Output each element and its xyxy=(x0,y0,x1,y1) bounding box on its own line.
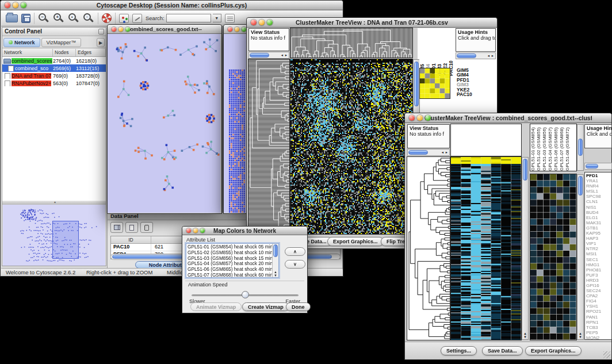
heatmap-zoom-matrix[interactable] xyxy=(420,68,450,98)
resize-grip[interactable] xyxy=(603,351,610,358)
zoom-button[interactable] xyxy=(21,2,26,8)
column-label[interactable]: GPL51-07 (GSM868) xyxy=(559,124,565,171)
gene-label[interactable]: RPN1 xyxy=(586,320,610,325)
zoom-button[interactable] xyxy=(267,20,273,25)
row-dendrogram[interactable] xyxy=(407,157,450,340)
network-row[interactable]: combined_scores 2764(0) 16218(0) xyxy=(2,57,106,64)
network-row[interactable]: RNAPuberNov2+ 563(0) 107847(0) xyxy=(2,79,106,87)
network-row[interactable]: combined_sco 2569(6) 13112(15) xyxy=(2,64,106,72)
search-dropdown-icon[interactable]: ▼ xyxy=(213,14,221,22)
zoom-in-icon[interactable]: + xyxy=(53,13,64,24)
move-down-button[interactable]: ∨ xyxy=(285,260,305,269)
gene-label[interactable]: MON2 xyxy=(586,335,610,340)
attribute-list-item[interactable]: GPL51-01 (GSM854) heat shock 05 min xyxy=(188,244,277,250)
genelist-vscrollbar[interactable]: ▲▼ xyxy=(577,174,584,340)
scroll-thumb[interactable] xyxy=(457,53,476,58)
minimize-button[interactable] xyxy=(118,27,123,32)
col-network[interactable]: Network xyxy=(2,49,53,56)
gene-label[interactable]: TCB3 xyxy=(586,325,610,330)
column-dendrogram[interactable] xyxy=(290,28,412,58)
float-panel-icon[interactable] xyxy=(98,29,104,35)
attribute-list-item[interactable]: GPL51-07 (GSM868) heat shock 60 min xyxy=(188,273,277,278)
gene-label[interactable]: HRD3 xyxy=(586,278,610,283)
row-dendrogram[interactable] xyxy=(248,59,289,234)
gene-label[interactable]: SEC1 xyxy=(586,257,610,262)
main-titlebar[interactable]: Cytoscape Desktop (Session Name: collins… xyxy=(1,1,343,10)
close-button[interactable] xyxy=(186,228,191,233)
col-id[interactable]: ID xyxy=(111,236,151,243)
zoom-selected-icon[interactable]: ▫ xyxy=(83,13,94,24)
help-lifering-icon[interactable] xyxy=(102,13,112,23)
scroll-thumb[interactable] xyxy=(414,62,419,106)
gene-label[interactable]: GPI16 xyxy=(586,283,610,288)
network-canvas[interactable] xyxy=(108,34,220,213)
gene-label[interactable]: HMG1 xyxy=(586,262,610,267)
minimize-button[interactable] xyxy=(193,228,198,233)
minimize-button[interactable] xyxy=(235,27,239,32)
gene-label[interactable]: YSH1 xyxy=(586,304,610,309)
tab-network[interactable]: Network xyxy=(3,38,40,47)
zoom-fit-icon[interactable]: ▪ xyxy=(68,13,79,24)
close-button[interactable] xyxy=(251,20,257,25)
labels-vscrollbar[interactable] xyxy=(577,124,584,171)
animate-vizmap-button[interactable]: Animate Vizmap xyxy=(190,302,242,311)
minimize-button[interactable] xyxy=(259,20,265,25)
treeview2-titlebar[interactable]: ClusterMaker TreeView : combined_scores_… xyxy=(405,113,611,123)
gene-label[interactable]: GTB1 xyxy=(586,225,610,231)
column-label[interactable]: GPL51-08 (GSM872) xyxy=(565,124,571,171)
vizmapper-icon[interactable] xyxy=(119,14,129,23)
gene-label[interactable]: PEP5 xyxy=(586,330,610,335)
gene-label[interactable]: MAK31 xyxy=(586,220,610,225)
gene-label[interactable]: SEC24 xyxy=(586,288,610,293)
close-button[interactable] xyxy=(228,27,232,32)
column-label[interactable]: GPL51-01 (GSM854) xyxy=(530,124,536,171)
minimize-button[interactable] xyxy=(13,2,18,8)
gene-label[interactable]: PUF3 xyxy=(586,273,610,278)
save-session-icon[interactable] xyxy=(21,14,30,23)
export-graphics-button[interactable]: Export Graphics... xyxy=(327,237,384,246)
tab-overflow-button[interactable]: ▶ xyxy=(97,38,105,47)
birdseye-view[interactable] xyxy=(3,205,105,266)
gene-label[interactable]: KAP95 xyxy=(586,231,610,236)
gene-label[interactable]: ELG1 xyxy=(586,215,610,220)
settings-button[interactable]: Settings... xyxy=(441,346,477,355)
scroll-thumb[interactable] xyxy=(578,139,583,156)
scroll-thumb[interactable] xyxy=(578,176,583,196)
gene-label[interactable]: PAN1 xyxy=(586,315,610,320)
gene-label[interactable]: CLN1 xyxy=(586,199,610,204)
column-label[interactable]: GPL51-06 (GSM865) xyxy=(553,124,559,171)
status-scrollbar[interactable]: ◂ ▸ xyxy=(248,52,289,59)
report-icon[interactable] xyxy=(225,14,235,23)
gene-label[interactable]: PHO81 xyxy=(586,267,610,273)
create-vizmap-button[interactable]: Create Vizmap xyxy=(242,302,289,311)
gene-label[interactable]: MSI1 xyxy=(586,251,610,256)
done-button[interactable]: Done xyxy=(286,302,311,311)
gene-label[interactable]: HAP3 xyxy=(586,236,610,241)
network-canvas-grid[interactable] xyxy=(224,34,249,213)
zoom-out-icon[interactable]: − xyxy=(38,13,49,24)
gene-label[interactable]: RPO21 xyxy=(586,309,610,314)
search-input[interactable] xyxy=(166,14,211,22)
new-attribute-icon[interactable] xyxy=(125,222,138,233)
zoom-button[interactable] xyxy=(125,27,130,32)
status-scrollbar[interactable]: ◂ ▸ xyxy=(407,149,450,156)
scroll-thumb[interactable] xyxy=(250,53,269,58)
gene-label[interactable]: NTR2 xyxy=(586,246,610,251)
usage-scrollbar[interactable] xyxy=(584,163,612,170)
treeview1-titlebar[interactable]: ClusterMaker TreeView : DNA and Tran 07-… xyxy=(247,18,497,28)
close-button[interactable] xyxy=(409,115,415,121)
select-attributes-icon[interactable] xyxy=(110,222,123,233)
gene-label[interactable]: RNR4 xyxy=(586,183,610,189)
heatmap-main[interactable] xyxy=(451,157,521,340)
attribute-list-item[interactable]: GPL51-02 (GSM855) heat shock 10 min xyxy=(188,250,277,256)
column-label[interactable]: GPL51-03 (GSM856) xyxy=(542,124,548,171)
export-graphics-button[interactable]: Export Graphics... xyxy=(525,346,582,355)
save-data-button[interactable]: Save Data... xyxy=(482,346,523,355)
attribute-list-item[interactable]: GPL51-06 (GSM865) heat shock 40 min xyxy=(188,267,277,273)
heatmap-global[interactable] xyxy=(290,59,412,234)
dialog-titlebar[interactable]: Map Colors to Network xyxy=(182,227,307,235)
open-session-icon[interactable] xyxy=(6,14,18,22)
move-up-button[interactable]: ∧ xyxy=(285,247,305,256)
scroll-thumb[interactable] xyxy=(586,164,598,168)
column-label[interactable]: GPL51-02 (GSM855) xyxy=(536,124,542,171)
